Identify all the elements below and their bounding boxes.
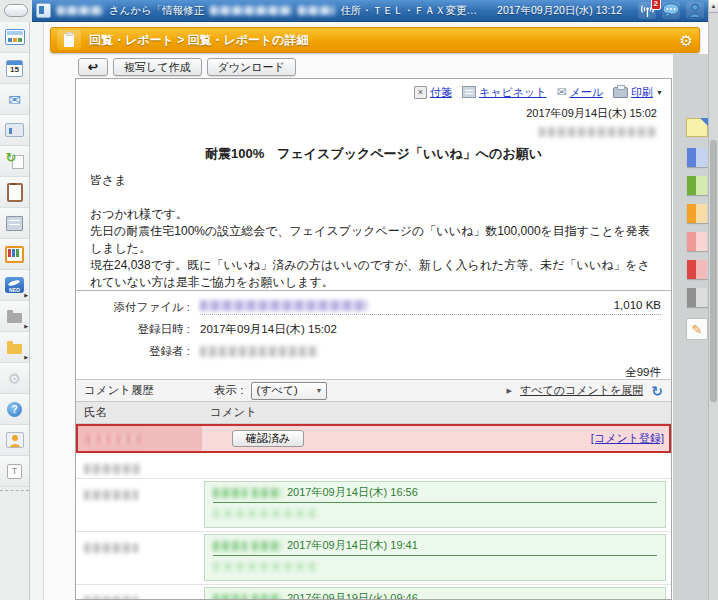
redacted-commenter-name [213,541,247,551]
redacted-commenter-name [252,594,282,600]
sidebar-item-folder-gray[interactable]: ▶ [0,301,29,332]
copy-create-button[interactable]: 複写して作成 [113,58,202,76]
confirmed-button[interactable]: 確認済み [232,430,304,447]
table-row-name [76,453,202,478]
attachment-line: 1,010 KB [200,299,661,315]
refresh-icon[interactable]: ↻ [651,384,663,398]
mail-link[interactable]: メール [570,85,604,100]
redacted-name [84,490,138,500]
redacted-attachment-filename[interactable] [200,300,368,311]
submenu-arrow-icon: ▶ [24,354,28,360]
total-count: 全99件 [76,365,671,379]
registered-at-label: 登録日時 : [86,322,190,337]
pencil-icon[interactable]: ✎ [686,318,708,340]
presence-icon[interactable] [686,2,704,19]
table-row: 2017年09月19日(火) 09:46 [76,585,671,600]
sidebar-item-webmail[interactable]: ✉ [0,84,29,115]
notification-window-icon [36,3,51,18]
sticky-note-icon[interactable] [686,118,708,137]
comment-datetime: 2017年09月14日(木) 19:41 [287,538,418,553]
sidebar-item-schedule[interactable]: 15 [0,53,29,84]
comment-card: 2017年09月19日(火) 09:46 [204,587,666,600]
sidebar-item-folder-yellow[interactable]: ▶ [0,332,29,363]
titlebar: さんから「情報修正 住所・ＴＥＬ・ＦＡＸ変更… 2017年09月20日(水) 1… [32,0,708,22]
module-badge [57,30,81,50]
expand-all-comments-link[interactable]: すべてのコメントを展開 [520,383,643,398]
meta-section: 添付ファイル : 1,010 KB 登録日時 : 2017年09月14日(木) … [76,291,671,365]
fusen-color-orange[interactable] [687,204,708,223]
chat-icon[interactable] [662,2,680,19]
notification-badge: 2 [651,0,661,10]
comment-card-header: 2017年09月19日(火) 09:46 [213,591,657,600]
sidebar-item-bookshelf[interactable] [0,239,29,270]
scrollbar[interactable]: ▲ [708,0,718,600]
sidebar-item-cabinet[interactable] [0,208,29,239]
redacted-commenter-name [213,488,247,498]
comment-datetime: 2017年09月14日(木) 16:56 [287,485,418,500]
fusen-color-gray[interactable] [687,288,708,307]
fusen-color-blue[interactable] [687,148,708,167]
table-row: 2017年09月14日(木) 19:41 [76,532,671,585]
back-button[interactable]: ↩ [78,58,108,76]
article-body: 皆さま おつかれ様です。 先日の耐震住宅100%の設立総会で、フェイスブックペー… [90,172,657,290]
sidebar-item-settings[interactable]: ⚙ [0,363,29,394]
redacted-comment-text [213,509,319,518]
comment-divider [213,555,657,556]
article-author-row [90,124,657,138]
titlebar-left [0,0,32,22]
register-comment-link[interactable]: [コメント登録] [591,431,664,446]
comment-filter-select[interactable]: (すべて) ▼ [251,382,327,400]
table-row-name [76,479,202,531]
sidebar-item-portal[interactable] [0,22,29,53]
submenu-arrow-icon: ▶ [24,323,28,329]
registered-at-value: 2017年09月14日(木) 15:02 [200,322,337,337]
comment-card-header: 2017年09月14日(木) 19:41 [213,538,657,553]
cabinet-link[interactable]: キャビネット [479,85,547,100]
redacted-comment-text [213,562,319,571]
content-panel: × 付箋 キャビネット ✉ メール 印刷 ▼ 2017年09月14日(木) 15… [75,78,672,600]
sidebar-item-report[interactable] [0,177,29,208]
my-comment-row: 確認済み [コメント登録] [76,424,671,453]
table-row-name [78,426,202,451]
fusen-color-pink[interactable] [687,232,708,251]
gear-icon[interactable]: ⚙ [680,33,693,48]
infoboard-icon[interactable]: 2 [638,2,656,19]
table-row-name [76,532,202,584]
fusen-action[interactable]: × 付箋 [414,85,452,100]
toolbar: ↩ 複写して作成 ダウンロード [78,58,296,76]
redacted-notification-text [298,6,335,15]
author-row: 登録者 : [86,343,661,359]
redacted-commenter-name [213,594,247,600]
author-label: 登録者 : [86,344,190,359]
display-filter-label: 表示 : [214,383,243,398]
calendar-icon: 15 [6,60,23,77]
redacted-name [84,464,140,474]
redacted-sender-name [57,6,103,15]
fusen-link[interactable]: 付箋 [430,85,452,100]
neo-label: NEO [9,287,20,293]
scrollbar-thumb[interactable] [710,140,717,402]
article-title: 耐震100% フェイスブックページ「いいね」へのお願い [90,145,657,163]
sidebar-item-text-tool[interactable]: T [0,456,29,487]
window-control-pill[interactable] [4,4,28,17]
download-button[interactable]: ダウンロード [207,58,296,76]
workflow-icon [5,123,24,137]
fusen-color-green[interactable] [687,176,708,195]
sidebar-item-help[interactable]: ? [0,394,29,425]
speech-bubble-icon [662,3,680,18]
print-action[interactable]: 印刷 ▼ [613,85,663,100]
scroll-up-arrow[interactable]: ▲ [709,0,718,13]
sidebar-item-circulation[interactable]: ↻ [0,146,29,177]
sidebar-item-workflow[interactable] [0,115,29,146]
fusen-color-red[interactable] [687,260,708,279]
sidebar-item-neo[interactable]: NEO ▶ [0,270,29,301]
bookshelf-icon [5,246,24,263]
cabinet-icon [462,86,476,98]
cabinet-action[interactable]: キャビネット [462,85,547,100]
comment-divider [213,502,657,503]
sidebar-item-operator[interactable] [0,425,29,456]
print-link[interactable]: 印刷 [631,85,653,100]
mail-action[interactable]: ✉ メール [556,85,603,100]
comment-body [213,559,657,573]
attachment-size: 1,010 KB [614,299,661,311]
